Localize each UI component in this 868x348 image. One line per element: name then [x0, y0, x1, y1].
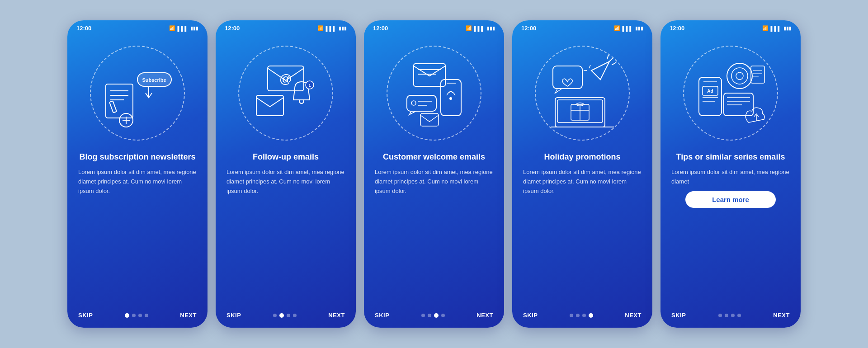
- skip-button-5[interactable]: SKIP: [671, 312, 686, 319]
- phone-screen-3: 12:00 📶 ▌▌▌ ▮▮▮: [364, 20, 504, 328]
- screen-body-2: Lorem ipsum dolor sit dim amet, mea regi…: [226, 168, 345, 196]
- dots-4: [570, 313, 593, 318]
- skip-button-4[interactable]: SKIP: [523, 312, 538, 319]
- text-area-2: Follow-up emails Lorem ipsum dolor sit d…: [216, 152, 356, 306]
- phone-screen-1: 12:00 📶 ▌▌▌ ▮▮▮ Subscribe: [67, 20, 208, 328]
- status-bar-1: 12:00 📶 ▌▌▌ ▮▮▮: [67, 20, 208, 34]
- bottom-nav-4: SKIP NEXT: [512, 306, 652, 328]
- dot-2-4: [293, 314, 297, 317]
- battery-icon: ▮▮▮: [190, 25, 198, 31]
- signal-icon-4: ▌▌▌: [623, 26, 633, 31]
- screen-title-1: Blog subscription newsletters: [78, 152, 197, 162]
- dot-1-2: [132, 314, 136, 317]
- dot-1-1: [125, 313, 129, 318]
- screen-body-4: Lorem ipsum dolor sit dim amet, mea regi…: [523, 168, 642, 196]
- dashed-circle-3: [387, 46, 481, 141]
- phone-screen-5: 12:00 📶 ▌▌▌ ▮▮▮ Ad: [660, 20, 801, 328]
- dot-2-1: [273, 314, 277, 317]
- illustration-area-2: @ 1: [231, 34, 340, 152]
- status-time-3: 12:00: [373, 25, 388, 32]
- status-bar-5: 12:00 📶 ▌▌▌ ▮▮▮: [660, 20, 801, 34]
- screen-title-4: Holiday promotions: [523, 152, 642, 162]
- battery-icon-5: ▮▮▮: [783, 25, 792, 31]
- status-time-5: 12:00: [670, 25, 684, 32]
- dot-4-3: [582, 314, 586, 317]
- screen-body-3: Lorem ipsum dolor sit dim amet, mea regi…: [375, 168, 493, 196]
- skip-button-1[interactable]: SKIP: [78, 312, 93, 319]
- dots-1: [125, 313, 148, 318]
- skip-button-2[interactable]: SKIP: [226, 312, 241, 319]
- dot-2-3: [287, 314, 290, 317]
- dots-5: [718, 314, 741, 317]
- bottom-nav-2: SKIP NEXT: [216, 306, 356, 328]
- skip-button-3[interactable]: SKIP: [375, 312, 389, 319]
- dot-4-1: [570, 314, 573, 317]
- dot-3-3: [434, 313, 439, 318]
- signal-icon: ▌▌▌: [178, 26, 188, 31]
- dots-3: [421, 313, 445, 318]
- dot-3-1: [421, 314, 425, 317]
- dot-1-3: [138, 314, 142, 317]
- wifi-icon-3: 📶: [466, 25, 472, 31]
- wifi-icon-5: 📶: [762, 25, 769, 31]
- status-icons-4: 📶 ▌▌▌ ▮▮▮: [614, 25, 643, 31]
- bottom-nav-5: SKIP NEXT: [660, 306, 801, 328]
- phone-screen-4: 12:00 📶 ▌▌▌ ▮▮▮: [512, 20, 652, 328]
- status-time-2: 12:00: [225, 25, 240, 32]
- illustration-area-1: Subscribe: [83, 34, 192, 152]
- illustration-area-5: Ad: [676, 34, 785, 152]
- screen-title-2: Follow-up emails: [226, 152, 345, 162]
- status-bar-4: 12:00 📶 ▌▌▌ ▮▮▮: [512, 20, 652, 34]
- next-button-3[interactable]: NEXT: [476, 312, 493, 319]
- screen-body-1: Lorem ipsum dolor sit dim amet, mea regi…: [78, 168, 197, 196]
- dashed-circle-4: [535, 46, 630, 141]
- dot-4-2: [576, 314, 580, 317]
- dot-5-4: [737, 314, 741, 317]
- status-icons-5: 📶 ▌▌▌ ▮▮▮: [762, 25, 792, 31]
- dot-4-4: [589, 313, 593, 318]
- battery-icon-2: ▮▮▮: [339, 25, 347, 31]
- signal-icon-3: ▌▌▌: [474, 26, 485, 31]
- dashed-circle-1: [90, 46, 185, 141]
- phone-screen-2: 12:00 📶 ▌▌▌ ▮▮▮ @ 1: [216, 20, 356, 328]
- status-bar-2: 12:00 📶 ▌▌▌ ▮▮▮: [216, 20, 356, 34]
- next-button-4[interactable]: NEXT: [625, 312, 642, 319]
- next-button-1[interactable]: NEXT: [180, 312, 197, 319]
- dot-2-2: [279, 313, 284, 318]
- illustration-area-3: [380, 34, 488, 152]
- status-icons-3: 📶 ▌▌▌ ▮▮▮: [466, 25, 495, 31]
- status-time-1: 12:00: [76, 25, 91, 32]
- learn-more-button[interactable]: Learn more: [685, 191, 776, 208]
- dots-2: [273, 313, 297, 318]
- dot-5-3: [731, 314, 735, 317]
- battery-icon-4: ▮▮▮: [635, 25, 643, 31]
- next-button-5[interactable]: NEXT: [773, 312, 790, 319]
- wifi-icon-2: 📶: [317, 25, 324, 31]
- text-area-5: Tips or similar series emails Lorem ipsu…: [660, 152, 801, 306]
- dashed-circle-2: [238, 46, 333, 141]
- battery-icon-3: ▮▮▮: [487, 25, 495, 31]
- wifi-icon-4: 📶: [614, 25, 620, 31]
- wifi-icon: 📶: [169, 25, 175, 31]
- dot-1-4: [145, 314, 148, 317]
- status-bar-3: 12:00 📶 ▌▌▌ ▮▮▮: [364, 20, 504, 34]
- next-button-2[interactable]: NEXT: [328, 312, 345, 319]
- screen-title-5: Tips or similar series emails: [671, 152, 790, 162]
- dashed-circle-5: [683, 46, 778, 141]
- signal-icon-2: ▌▌▌: [326, 26, 336, 31]
- illustration-area-4: [528, 34, 637, 152]
- dot-3-4: [441, 314, 445, 317]
- text-area-1: Blog subscription newsletters Lorem ipsu…: [67, 152, 208, 306]
- status-icons-2: 📶 ▌▌▌ ▮▮▮: [317, 25, 347, 31]
- text-area-3: Customer welcome emails Lorem ipsum dolo…: [364, 152, 504, 306]
- text-area-4: Holiday promotions Lorem ipsum dolor sit…: [512, 152, 652, 306]
- screen-body-5: Lorem ipsum dolor sit dim amet, mea regi…: [671, 168, 790, 187]
- screens-container: 12:00 📶 ▌▌▌ ▮▮▮ Subscribe: [67, 20, 801, 328]
- dot-5-2: [725, 314, 728, 317]
- status-icons-1: 📶 ▌▌▌ ▮▮▮: [169, 25, 198, 31]
- status-time-4: 12:00: [521, 25, 536, 32]
- dot-3-2: [428, 314, 431, 317]
- bottom-nav-1: SKIP NEXT: [67, 306, 208, 328]
- dot-5-1: [718, 314, 722, 317]
- screen-title-3: Customer welcome emails: [375, 152, 493, 162]
